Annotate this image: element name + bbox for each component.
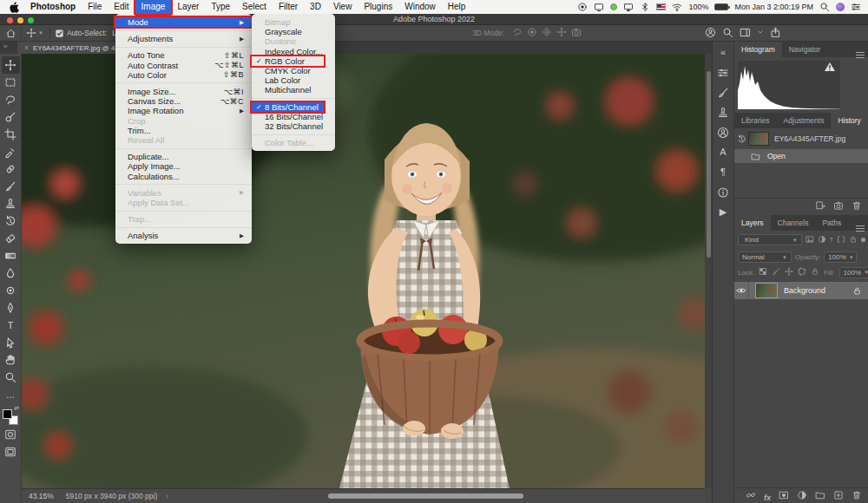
menu-item-auto-contrast[interactable]: Auto Contrast⌥⇧⌘L [115, 61, 252, 70]
tab-histogram[interactable]: Histogram [734, 42, 782, 57]
layer-visibility-toggle[interactable] [734, 282, 749, 299]
chevron-down-icon[interactable]: ▼ [38, 30, 43, 36]
menu-item-mode[interactable]: Mode▶ [115, 17, 252, 27]
filter-adjustment-layers-icon[interactable] [818, 235, 826, 245]
tab-history[interactable]: History [831, 113, 867, 128]
lock-pixels-icon[interactable] [772, 267, 780, 278]
menu-item-grayscale[interactable]: Grayscale [252, 27, 335, 36]
menubar-item-help[interactable]: Help [442, 0, 472, 14]
menu-item-auto-color[interactable]: Auto Color⇧⌘B [115, 70, 252, 80]
history-state-row[interactable]: Open [734, 149, 868, 163]
wifi-icon[interactable] [672, 2, 682, 12]
menu-item-indexed-color[interactable]: Indexed Color... [252, 47, 335, 56]
siri-icon[interactable] [836, 3, 845, 11]
tab-paths[interactable]: Paths [815, 215, 848, 231]
blur-tool[interactable] [2, 265, 20, 282]
menu-item-multichannel[interactable]: Multichannel [252, 85, 335, 95]
new-snapshot-icon[interactable] [833, 199, 844, 214]
3d-orbit-icon[interactable] [512, 27, 523, 39]
info-panel-icon[interactable] [714, 183, 733, 201]
menu-item-8-bits-channel[interactable]: ✓8 Bits/Channel [252, 102, 324, 112]
lasso-tool[interactable] [2, 91, 20, 108]
menu-item-cmyk-color[interactable]: CMYK Color [252, 66, 335, 75]
brush-tool[interactable] [2, 178, 20, 195]
filter-pixel-layers-icon[interactable] [806, 235, 814, 245]
edit-toolbar-button[interactable]: … [2, 386, 20, 403]
new-adjustment-layer-icon[interactable] [797, 488, 807, 503]
3d-roll-icon[interactable] [527, 27, 537, 39]
spotlight-icon[interactable] [819, 2, 830, 12]
foreground-color-swatch[interactable] [3, 409, 12, 419]
menu-item-adjustments[interactable]: Adjustments▶ [115, 34, 252, 43]
character-panel-icon[interactable]: A [714, 143, 733, 161]
vertical-scrollbar[interactable] [705, 54, 712, 488]
menu-item-image-rotation[interactable]: Image Rotation▶ [115, 106, 252, 115]
layer-filter-dropdown[interactable]: Kind ▼ [738, 234, 802, 245]
tab-layers[interactable]: Layers [734, 215, 771, 231]
hand-tool[interactable] [2, 351, 20, 369]
input-source-flag-icon[interactable] [656, 3, 666, 10]
menu-item-rgb-color[interactable]: ✓RGB Color [252, 56, 324, 66]
zoom-tool[interactable] [2, 369, 20, 386]
tab-overflow-icon[interactable]: » [3, 42, 7, 50]
path-selection-tool[interactable] [2, 334, 20, 351]
paragraph-panel-icon[interactable]: ¶ [714, 163, 733, 181]
screen-mirroring-icon[interactable] [623, 2, 634, 12]
new-group-icon[interactable] [815, 488, 825, 503]
clone-source-panel-icon[interactable] [714, 103, 733, 121]
menu-item-trim[interactable]: Trim... [115, 126, 252, 135]
tab-libraries[interactable]: Libraries [734, 113, 777, 128]
workspace-icon[interactable] [740, 27, 751, 40]
panel-menu-icon[interactable] [856, 52, 865, 53]
opacity-input[interactable]: 100% ▼ [824, 252, 857, 263]
gradient-tool[interactable] [2, 247, 20, 265]
menubar-item-type[interactable]: Type [205, 0, 236, 14]
move-tool-preset-icon[interactable] [26, 28, 36, 38]
zoom-level[interactable]: 43.15% [29, 492, 54, 500]
menu-item-canvas-size[interactable]: Canvas Size...⌥⌘C [115, 96, 252, 106]
clone-stamp-tool[interactable] [2, 195, 20, 212]
share-icon[interactable] [770, 27, 781, 40]
foreground-background-colors[interactable]: ⇄ [2, 407, 19, 426]
fill-input[interactable]: 100% ▼ [839, 267, 868, 278]
panel-menu-icon[interactable] [856, 225, 865, 226]
crop-tool[interactable] [2, 126, 20, 143]
menubar-item-view[interactable]: View [327, 0, 358, 14]
spot-healing-brush-tool[interactable] [2, 160, 20, 178]
menubar-item-image[interactable]: Image [135, 0, 172, 14]
vertical-scrollbar-thumb[interactable] [707, 71, 711, 258]
bluetooth-icon[interactable] [640, 2, 650, 12]
home-icon[interactable] [5, 28, 16, 39]
layer-row-background[interactable]: Background [734, 282, 868, 299]
type-tool[interactable]: T [2, 317, 20, 334]
3d-camera-icon[interactable] [571, 27, 582, 39]
rectangular-marquee-tool[interactable] [2, 74, 20, 91]
lock-transparency-icon[interactable] [759, 267, 767, 278]
menu-item-auto-tone[interactable]: Auto Tone⇧⌘L [115, 50, 252, 60]
menu-bar-clock[interactable]: Mon Jan 3 2:00:19 PM [734, 3, 813, 11]
horizontal-scrollbar-thumb[interactable] [328, 493, 523, 499]
screen-record-icon[interactable] [577, 2, 588, 12]
status-chevron-icon[interactable]: › [166, 492, 168, 500]
filter-smart-objects-icon[interactable] [849, 235, 858, 245]
history-brush-source-icon[interactable] [734, 134, 748, 144]
filter-group-layers-icon[interactable] [837, 235, 845, 245]
menubar-item-layer[interactable]: Layer [171, 0, 205, 14]
display-icon[interactable] [594, 2, 604, 12]
app-indicator-icon[interactable] [610, 3, 617, 10]
lock-all-icon[interactable] [811, 267, 819, 278]
apple-menu-icon[interactable] [0, 2, 24, 13]
menubar-item-select[interactable]: Select [236, 0, 273, 14]
menubar-item-edit[interactable]: Edit [108, 0, 135, 14]
tab-navigator[interactable]: Navigator [782, 42, 827, 57]
delete-layer-icon[interactable] [852, 488, 862, 503]
menu-item-duplicate[interactable]: Duplicate... [115, 152, 252, 161]
tab-adjustments[interactable]: Adjustments [777, 113, 832, 128]
menu-item-apply-image[interactable]: Apply Image... [115, 161, 252, 171]
adjustments-panel-icon[interactable] [714, 63, 733, 82]
add-layer-mask-icon[interactable] [779, 488, 789, 503]
lock-artboard-icon[interactable] [798, 267, 806, 278]
eraser-tool[interactable] [2, 230, 20, 247]
lock-position-icon[interactable] [785, 267, 793, 278]
delete-state-icon[interactable] [852, 199, 862, 214]
